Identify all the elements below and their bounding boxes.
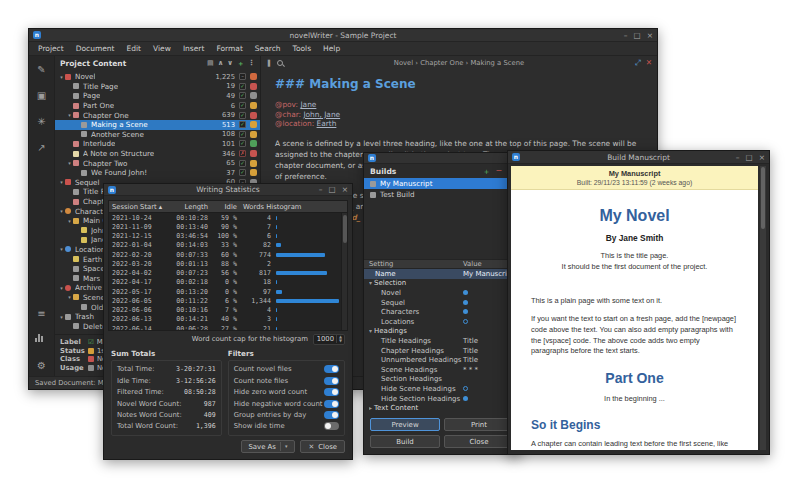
close-icon[interactable]: × (342, 185, 348, 194)
add-icon[interactable]: ＋ (237, 59, 244, 69)
table-row[interactable]: 2022-06-1300:14:2140 %3 (109, 315, 347, 324)
setting-row[interactable]: Unnumbered HeadingsTitle (364, 355, 520, 365)
include-checkbox[interactable]: ✓ (239, 83, 246, 90)
tree-item[interactable]: ▾Chapter One639✓ (55, 110, 260, 120)
close-icon[interactable]: × (759, 153, 765, 162)
setting-row[interactable]: Title HeadingsTitle (364, 336, 520, 346)
setting-row[interactable]: Locations (364, 317, 520, 327)
filter-toggle[interactable] (324, 388, 339, 396)
menu-document[interactable]: Document (70, 44, 121, 53)
menu-format[interactable]: Format (210, 44, 248, 53)
table-row[interactable]: 2022-04-1700:02:180 %18 (109, 278, 347, 287)
expander-icon[interactable]: ▾ (66, 218, 73, 224)
menu-view[interactable]: View (147, 44, 177, 53)
tree-item[interactable]: We Found John!37✓ (55, 168, 260, 178)
setting-row[interactable]: Chapter HeadingsTitle (364, 346, 520, 356)
build-list-item[interactable]: My Manuscript (364, 178, 520, 189)
references-icon[interactable]: ✳ (35, 115, 48, 128)
minimize-icon[interactable]: – (319, 185, 323, 194)
maximize-icon[interactable]: □ (634, 31, 641, 40)
tree-item[interactable]: Making a Scene513✓ (55, 120, 260, 130)
menu-edit[interactable]: Edit (121, 44, 148, 53)
col-session-start[interactable]: Session Start ▴ (109, 203, 165, 211)
menu-help[interactable]: Help (317, 44, 346, 53)
collapse-icon[interactable]: ▾ (369, 279, 372, 286)
search-icon[interactable] (277, 60, 283, 66)
include-checkbox[interactable]: ✓ (239, 131, 246, 138)
include-checkbox[interactable]: ✓ (239, 169, 246, 176)
menu-kebab-icon[interactable]: ⋮ (248, 59, 255, 69)
close-button[interactable]: Close (444, 435, 514, 448)
bookmark-toggle-icon[interactable]: ❚ (266, 59, 272, 67)
include-checkbox[interactable]: ✓ (239, 140, 246, 147)
build-button[interactable]: Build (370, 435, 440, 448)
collapse-icon[interactable]: ▾ (369, 327, 372, 334)
expander-icon[interactable]: ▾ (58, 246, 65, 252)
expander-icon[interactable]: ▾ (66, 160, 73, 166)
expander-icon[interactable]: ▾ (66, 112, 73, 118)
setting-row[interactable]: ▾Headings (364, 327, 520, 337)
expander-icon[interactable]: ▾ (66, 294, 73, 300)
table-row[interactable]: 2022-05-1700:13:200 %97 (109, 287, 347, 296)
include-checkbox[interactable]: ✓ (239, 160, 246, 167)
expander-icon[interactable]: ▾ (58, 179, 65, 185)
table-row[interactable]: 2022-03-2000:01:1388 %2 (109, 259, 347, 268)
table-header[interactable]: Session Start ▴ Length Idle Words Histog… (109, 201, 347, 213)
statistics-icon[interactable] (35, 333, 48, 346)
filter-toggle[interactable] (324, 422, 339, 430)
expander-icon[interactable]: ▾ (58, 74, 65, 80)
menu-project[interactable]: Project (32, 44, 70, 53)
tree-item[interactable]: A Note on Structure346✗ (55, 149, 260, 159)
preview-button[interactable]: Preview (370, 418, 440, 431)
table-scrollbar[interactable] (341, 213, 347, 330)
expander-icon[interactable]: ▾ (58, 285, 65, 291)
table-row[interactable]: 2021-11-0900:13:4090 %7 (109, 222, 347, 231)
table-row[interactable]: 2022-04-0200:07:2356 %817 (109, 269, 347, 278)
maximize-icon[interactable]: □ (329, 185, 336, 194)
tree-item[interactable]: Title Page19✓ (55, 82, 260, 92)
edit-document-icon[interactable]: ✎ (35, 63, 48, 76)
col-idle[interactable]: Idle (211, 203, 240, 211)
setting-row[interactable]: Scene Headings* * * (364, 365, 520, 375)
filter-toggle[interactable] (324, 365, 339, 373)
filter-toggle[interactable] (324, 400, 339, 408)
focus-mode-icon[interactable]: ⤢ (635, 58, 641, 68)
tree-item[interactable]: ▾Chapter Two65✓ (55, 158, 260, 168)
close-icon[interactable]: × (647, 31, 653, 40)
table-row[interactable]: 2022-01-0400:14:0333 %82 (109, 241, 347, 250)
tag-value[interactable]: Earth (317, 119, 337, 128)
list-icon[interactable]: ≡ (35, 307, 48, 320)
setting-row[interactable]: Section Headings (364, 375, 520, 385)
move-down-icon[interactable]: ∨ (227, 59, 233, 69)
export-icon[interactable]: ↗ (35, 141, 48, 154)
remove-build-icon[interactable]: − (496, 166, 503, 177)
col-words-histogram[interactable]: Words Histogram (240, 203, 341, 211)
expander-icon[interactable]: ▾ (58, 314, 65, 320)
save-as-button[interactable]: Save As▾ (241, 440, 296, 453)
close-button[interactable]: ✕Close (300, 440, 345, 453)
table-row[interactable]: 2022-06-0500:11:226 %1,344 (109, 296, 347, 305)
include-checkbox[interactable]: ✓ (239, 112, 246, 119)
table-row[interactable]: 2022-02-2000:07:3360 %774 (109, 250, 347, 259)
tree-item[interactable]: Another Scene108✓ (55, 130, 260, 140)
histogram-cap-spinbox[interactable]: 1000 ▲▼ (313, 334, 345, 345)
maximize-icon[interactable]: □ (746, 153, 753, 162)
include-checkbox[interactable]: ✗ (239, 150, 246, 157)
col-length[interactable]: Length (165, 203, 211, 211)
tree-item[interactable]: ▾Novel1,225– (55, 72, 260, 82)
move-up-icon[interactable]: ∧ (218, 59, 224, 69)
print-button[interactable]: Print (444, 418, 514, 431)
setting-row[interactable]: ▾Selection (364, 279, 520, 289)
build-list-item[interactable]: Test Build (364, 189, 520, 200)
include-checkbox[interactable]: ✓ (239, 102, 246, 109)
minimize-icon[interactable]: – (736, 153, 740, 162)
settings-gear-icon[interactable]: ⚙ (35, 359, 48, 372)
preview-scrollbar[interactable] (760, 166, 766, 450)
setting-row[interactable]: Hide Section Headings (364, 394, 520, 404)
close-document-icon[interactable]: ✕ (646, 58, 652, 68)
table-row[interactable]: 2022-06-1400:06:2827 %21 (109, 324, 347, 331)
bookmark-icon[interactable]: ▤ (207, 59, 214, 69)
include-checkbox[interactable]: ✓ (239, 92, 246, 99)
menu-search[interactable]: Search (249, 44, 287, 53)
include-checkbox[interactable]: – (239, 73, 246, 80)
